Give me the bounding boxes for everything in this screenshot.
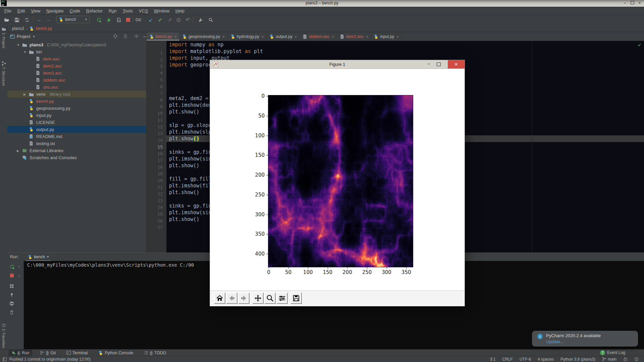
tab-hydrology-py[interactable]: hydrology.py× bbox=[228, 32, 267, 41]
sidebar-item-project[interactable]: 1: Project bbox=[0, 27, 7, 48]
close-icon[interactable]: × bbox=[47, 255, 49, 259]
sync-icon[interactable] bbox=[23, 16, 31, 24]
zoom-button[interactable] bbox=[264, 292, 276, 304]
rollback-icon[interactable]: ↶ bbox=[184, 16, 192, 24]
git-push-icon[interactable]: ↗ bbox=[166, 16, 174, 24]
status-git-branch[interactable]: main bbox=[602, 357, 616, 362]
chevron-down-icon[interactable]: ▼ bbox=[32, 35, 35, 38]
up-stack-icon[interactable]: ↑ bbox=[16, 264, 22, 270]
update-link[interactable]: Update... bbox=[546, 339, 564, 344]
sidebar-item-favorites[interactable]: 2: Favorites bbox=[0, 323, 7, 348]
chevron-right-icon[interactable]: ▶ bbox=[23, 93, 26, 96]
forward-icon[interactable]: → bbox=[45, 16, 53, 24]
history-icon[interactable] bbox=[174, 16, 182, 24]
status-interpreter[interactable]: Python 3.8 (plans3) bbox=[560, 357, 595, 362]
menu-refactor[interactable]: Refactor bbox=[83, 7, 106, 15]
hide-panel-icon[interactable]: ─ bbox=[143, 34, 146, 39]
tree-item-external-libraries[interactable]: ▶External Libraries bbox=[7, 147, 146, 154]
toolbar-python-console[interactable]: Python Console bbox=[95, 350, 136, 356]
locate-file-icon[interactable] bbox=[113, 34, 118, 39]
gear-icon[interactable] bbox=[134, 34, 139, 39]
project-panel-title[interactable]: Project bbox=[17, 34, 30, 39]
figure-titlebar[interactable]: Figure 1 – ✕ bbox=[210, 60, 465, 69]
tab-output-py[interactable]: output.py× bbox=[267, 32, 300, 41]
tree-item-dem2-asc[interactable]: dem2.asc bbox=[7, 62, 146, 70]
menu-tools[interactable]: Tools bbox=[120, 7, 136, 15]
toolbar-4-run[interactable]: 4: Run bbox=[9, 350, 32, 356]
tree-item-output-py[interactable]: output.py bbox=[7, 126, 146, 133]
rerun-icon[interactable] bbox=[9, 264, 15, 270]
tree-item-geoprocessing-py[interactable]: geoprocessing.py bbox=[7, 105, 146, 112]
breadcrumb-plans3[interactable]: plans3 bbox=[12, 26, 24, 31]
status-encoding[interactable]: UTF-8 bbox=[520, 357, 531, 362]
coverage-button[interactable] bbox=[115, 16, 123, 24]
notifications-icon[interactable] bbox=[634, 357, 639, 361]
menu-window[interactable]: Window bbox=[151, 7, 172, 15]
tree-item-readme-md[interactable]: MDREADME.md bbox=[7, 133, 146, 140]
stop-icon[interactable] bbox=[9, 272, 15, 278]
status-caret-position[interactable]: 3:1 bbox=[490, 357, 496, 362]
chevron-right-icon[interactable]: ▶ bbox=[17, 149, 19, 152]
menu-code[interactable]: Code bbox=[67, 7, 83, 15]
tab-input-py[interactable]: input.py× bbox=[371, 32, 401, 41]
tree-item-venv[interactable]: ▶venvlibrary root bbox=[7, 91, 146, 98]
back-icon[interactable]: ← bbox=[36, 16, 44, 24]
git-commit-icon[interactable]: ✔ bbox=[156, 16, 164, 24]
close-icon[interactable]: × bbox=[174, 35, 176, 39]
stop-button[interactable] bbox=[124, 16, 132, 24]
close-icon[interactable]: × bbox=[222, 35, 224, 39]
minimize-icon[interactable]: – bbox=[621, 0, 629, 6]
menu-file[interactable]: File bbox=[1, 7, 14, 15]
git-update-icon[interactable]: ↙ bbox=[147, 16, 155, 24]
maximize-icon[interactable] bbox=[629, 0, 636, 6]
tree-item-testing-txt[interactable]: testing.txt bbox=[7, 140, 146, 147]
figure-maximize-icon[interactable] bbox=[435, 60, 442, 69]
tree-item-bin[interactable]: ▼bin bbox=[7, 48, 146, 55]
close-icon[interactable]: × bbox=[262, 35, 264, 39]
debug-button[interactable] bbox=[105, 16, 113, 24]
tree-item-dem3-asc[interactable]: dem3.asc bbox=[7, 70, 146, 77]
home-button[interactable] bbox=[214, 292, 225, 304]
inspections-ok-icon[interactable]: ✔ bbox=[638, 43, 641, 48]
pan-button[interactable] bbox=[252, 292, 264, 304]
menu-navigate[interactable]: Navigate bbox=[43, 7, 66, 15]
sidebar-item-structure[interactable]: 7: Structure bbox=[0, 61, 7, 86]
open-icon[interactable] bbox=[3, 16, 11, 24]
menu-vcs[interactable]: VCS bbox=[136, 7, 151, 15]
tree-item-plans3[interactable]: ▼plans3C:\000_myFiles\myCodes\plans3 bbox=[7, 41, 146, 48]
tree-item-uhu-asc[interactable]: uhu.asc bbox=[7, 84, 146, 91]
tree-item-stddem-asc[interactable]: stddem.asc bbox=[7, 77, 146, 84]
menu-view[interactable]: View bbox=[28, 7, 43, 15]
search-everywhere-icon[interactable] bbox=[207, 16, 215, 24]
lock-icon[interactable] bbox=[623, 357, 628, 361]
tab-geoprocessing-py[interactable]: geoprocessing.py× bbox=[179, 32, 228, 41]
toolbar-9-git[interactable]: 9: Git bbox=[37, 350, 59, 356]
menu-edit[interactable]: Edit bbox=[14, 7, 28, 15]
figure-minimize-icon[interactable]: – bbox=[425, 60, 432, 69]
run-tab-bench[interactable]: bench × bbox=[26, 253, 51, 261]
print-icon[interactable] bbox=[9, 301, 15, 307]
collapse-all-icon[interactable] bbox=[123, 34, 128, 39]
menu-run[interactable]: Run bbox=[106, 7, 120, 15]
figure-window[interactable]: Figure 1 – ✕ 050100150200250300350400050… bbox=[210, 60, 465, 306]
settings-wrench-icon[interactable] bbox=[197, 16, 205, 24]
clear-icon[interactable] bbox=[9, 309, 15, 315]
tree-item-bench-py[interactable]: bench.py bbox=[7, 98, 146, 105]
tree-item-license[interactable]: LICENSE bbox=[7, 119, 146, 126]
figure-close-icon[interactable]: ✕ bbox=[448, 60, 465, 69]
close-icon[interactable]: × bbox=[636, 0, 643, 6]
tab-bench-py[interactable]: bench.py× bbox=[147, 32, 179, 41]
tab-dem2-asc[interactable]: dem2.asc× bbox=[337, 32, 371, 41]
event-log-button[interactable]: 7 Event Log bbox=[600, 349, 625, 356]
breadcrumb-bench-py[interactable]: bench.py bbox=[36, 26, 52, 31]
toolwindow-toggle-icon[interactable] bbox=[3, 357, 7, 361]
save-button[interactable] bbox=[290, 292, 302, 304]
status-message[interactable]: Pushed 1 commit to origin/main (today 12… bbox=[9, 357, 91, 362]
run-button[interactable] bbox=[95, 16, 103, 24]
pin-icon[interactable] bbox=[9, 292, 15, 298]
toolbar-terminal[interactable]: Terminal bbox=[63, 350, 91, 356]
toolbar-6-todo[interactable]: 6: TODO bbox=[141, 350, 169, 356]
tab-stddem-asc[interactable]: stddem.asc× bbox=[300, 32, 337, 41]
chevron-down-icon[interactable]: ▼ bbox=[17, 43, 20, 47]
tree-item-dem-asc[interactable]: dem.asc bbox=[7, 55, 146, 62]
